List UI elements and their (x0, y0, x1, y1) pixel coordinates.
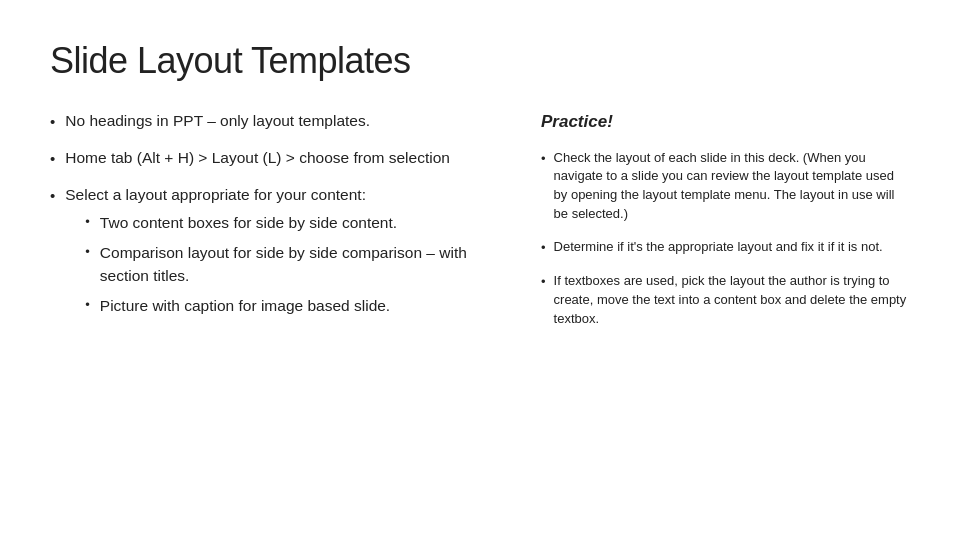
bullet-dot: • (85, 243, 90, 262)
bullet-dot: • (85, 296, 90, 315)
bullet-text: No headings in PPT – only layout templat… (65, 110, 501, 132)
sub-bullet-list: • Two content boxes for side by side con… (65, 212, 501, 318)
left-bullet-list: • No headings in PPT – only layout templ… (50, 110, 501, 326)
bullet-dot: • (50, 185, 55, 207)
sub-bullet-text: Two content boxes for side by side conte… (100, 212, 501, 234)
list-item: • Determine if it's the appropriate layo… (541, 238, 910, 258)
list-item: • No headings in PPT – only layout templ… (50, 110, 501, 133)
sub-bullet-text: Picture with caption for image based sli… (100, 295, 501, 317)
practice-title: Practice! (541, 110, 910, 135)
bullet-dot: • (50, 111, 55, 133)
list-item: • Home tab (Alt + H) > Layout (L) > choo… (50, 147, 501, 170)
content-area: • No headings in PPT – only layout templ… (50, 110, 910, 510)
bullet-text-label: Select a layout appropriate for your con… (65, 186, 366, 203)
slide-title: Slide Layout Templates (50, 40, 910, 82)
list-item: • Picture with caption for image based s… (65, 295, 501, 317)
list-item: • Check the layout of each slide in this… (541, 149, 910, 224)
bullet-dot: • (541, 239, 546, 258)
bullet-dot: • (541, 273, 546, 292)
bullet-text: Home tab (Alt + H) > Layout (L) > choose… (65, 147, 501, 169)
list-item: • Two content boxes for side by side con… (65, 212, 501, 234)
list-item: • If textboxes are used, pick the layout… (541, 272, 910, 329)
right-bullet-list: • Check the layout of each slide in this… (541, 149, 910, 329)
list-item: • Select a layout appropriate for your c… (50, 184, 501, 326)
list-item: • Comparison layout for side by side com… (65, 242, 501, 287)
bullet-dot: • (541, 150, 546, 169)
right-bullet-text: Determine if it's the appropriate layout… (554, 238, 910, 257)
slide: Slide Layout Templates • No headings in … (0, 0, 960, 540)
right-bullet-text: If textboxes are used, pick the layout t… (554, 272, 910, 329)
bullet-dot: • (85, 213, 90, 232)
left-column: • No headings in PPT – only layout templ… (50, 110, 501, 510)
sub-bullet-text: Comparison layout for side by side compa… (100, 242, 501, 287)
bullet-dot: • (50, 148, 55, 170)
bullet-text: Select a layout appropriate for your con… (65, 184, 501, 326)
right-column: Practice! • Check the layout of each sli… (541, 110, 910, 510)
right-bullet-text: Check the layout of each slide in this d… (554, 149, 910, 224)
